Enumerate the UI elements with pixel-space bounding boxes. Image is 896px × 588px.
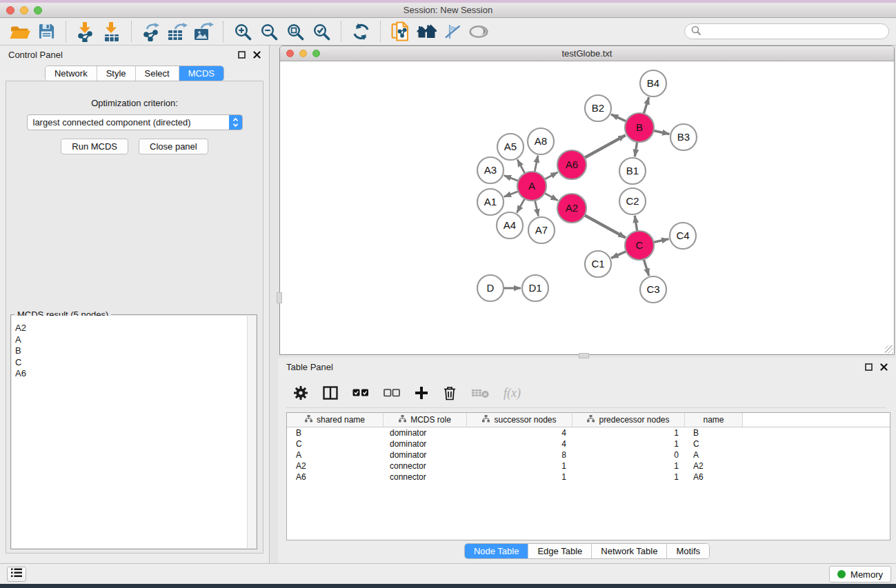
search-input[interactable] (704, 26, 882, 37)
close-window-button[interactable] (6, 6, 14, 14)
main-toolbar (0, 18, 896, 45)
float-panel-icon[interactable] (238, 51, 246, 59)
zoom-view-button[interactable] (312, 50, 320, 57)
task-history-button[interactable] (7, 567, 26, 582)
tab-node-table[interactable]: Node Table (465, 544, 529, 558)
column-header-predecessor-nodes[interactable]: predecessor nodes (573, 413, 685, 427)
svg-text:A7: A7 (535, 224, 548, 236)
result-list-item[interactable]: B (12, 345, 256, 357)
table-cell: connector (384, 472, 467, 482)
app-titlebar: Session: New Session (0, 3, 896, 18)
network-window-titlebar[interactable]: testGlobe.txt (280, 46, 894, 61)
node-A8[interactable]: A8 (528, 128, 554, 154)
node-D[interactable]: D (477, 275, 504, 301)
node-B3[interactable]: B3 (670, 124, 697, 150)
node-D1[interactable]: D1 (522, 275, 548, 301)
save-session-icon[interactable] (33, 21, 59, 43)
home-icon[interactable] (413, 21, 439, 43)
node-A3[interactable]: A3 (477, 157, 504, 183)
minimize-view-button[interactable] (299, 50, 307, 57)
tab-mcds[interactable]: MCDS (179, 66, 223, 81)
export-network-icon[interactable] (138, 21, 164, 43)
run-mcds-button[interactable]: Run MCDS (61, 139, 128, 154)
svg-text:A3: A3 (484, 164, 497, 176)
table-cell: 1 (467, 461, 573, 471)
column-header-successor-nodes[interactable]: successor nodes (467, 413, 573, 427)
horizontal-splitter-handle[interactable] (579, 353, 589, 358)
table-row[interactable]: Bdominator41B (287, 427, 890, 438)
node-C2[interactable]: C2 (619, 188, 646, 214)
column-header-shared-name[interactable]: shared name (287, 413, 384, 427)
export-image-icon[interactable] (190, 21, 217, 43)
node-A6[interactable]: A6 (557, 150, 586, 179)
tab-network[interactable]: Network (46, 66, 97, 81)
hide-flag-icon[interactable] (439, 21, 466, 43)
mcds-result-list[interactable]: A2ABCA6 (12, 316, 256, 548)
select-all-icon[interactable] (352, 389, 369, 397)
zoom-fit-icon[interactable] (282, 21, 308, 43)
refresh-icon[interactable] (348, 21, 374, 43)
tab-select[interactable]: Select (136, 66, 179, 81)
delete-icon[interactable] (443, 385, 457, 401)
zoom-out-icon[interactable] (256, 21, 282, 43)
result-list-scrollbar[interactable] (247, 316, 256, 548)
deselect-all-icon[interactable] (384, 389, 400, 397)
column-icon[interactable] (323, 386, 338, 400)
node-A7[interactable]: A7 (528, 217, 555, 243)
vertical-splitter-handle[interactable] (277, 292, 282, 303)
table-row[interactable]: Cdominator41C (287, 438, 890, 449)
table-row[interactable]: A6connector11A6 (287, 472, 890, 483)
node-C4[interactable]: C4 (670, 223, 696, 249)
search-box[interactable] (684, 23, 889, 39)
list-icon (10, 567, 23, 581)
close-panel-icon[interactable] (253, 51, 261, 59)
add-icon[interactable] (415, 386, 428, 400)
minimize-window-button[interactable] (20, 6, 28, 14)
table-cell: dominator (384, 439, 467, 449)
node-A4[interactable]: A4 (497, 212, 523, 239)
node-C3[interactable]: C3 (640, 276, 666, 303)
new-network-icon[interactable] (387, 21, 413, 43)
node-B2[interactable]: B2 (585, 95, 611, 121)
zoom-window-button[interactable] (34, 6, 42, 14)
node-A[interactable]: A (517, 172, 546, 201)
result-list-item[interactable]: A2 (12, 323, 256, 334)
settings-gear-icon[interactable] (293, 385, 308, 401)
tab-motifs[interactable]: Motifs (667, 544, 709, 558)
tab-edge-table[interactable]: Edge Table (528, 544, 592, 558)
close-panel-button[interactable]: Close panel (139, 139, 208, 154)
node-A1[interactable]: A1 (477, 189, 504, 215)
column-header-name[interactable]: name (685, 413, 743, 427)
svg-text:B2: B2 (592, 102, 604, 114)
tab-network-table[interactable]: Network Table (592, 544, 667, 558)
tab-style[interactable]: Style (97, 66, 136, 81)
import-table-icon[interactable] (99, 21, 125, 43)
float-table-panel-icon[interactable] (865, 363, 873, 371)
export-table-icon[interactable] (164, 21, 190, 43)
table-row[interactable]: Adominator80A (287, 449, 890, 460)
column-header-MCDS-role[interactable]: MCDS role (384, 413, 467, 427)
close-view-button[interactable] (286, 50, 294, 57)
node-C1[interactable]: C1 (585, 251, 611, 277)
node-C[interactable]: C (625, 231, 654, 260)
node-table[interactable]: shared nameMCDS rolesuccessor nodesprede… (286, 412, 890, 540)
import-network-icon[interactable] (72, 21, 99, 43)
result-list-item[interactable]: A6 (12, 368, 256, 380)
result-list-item[interactable]: C (12, 357, 256, 369)
resize-grip[interactable] (885, 345, 893, 354)
network-canvas[interactable]: B4B2BB3A8A5A6A3B1AC2A1A2A4A7C4CC1C3DD1 (280, 61, 894, 354)
show-eye-icon[interactable] (466, 21, 492, 43)
node-B[interactable]: B (625, 113, 654, 142)
criterion-dropdown[interactable]: largest connected component (directed) (27, 114, 243, 130)
node-B4[interactable]: B4 (640, 70, 666, 97)
memory-button[interactable]: Memory (829, 566, 891, 582)
table-row[interactable]: A2connector11A2 (287, 460, 890, 472)
zoom-in-icon[interactable] (230, 21, 256, 43)
node-A2[interactable]: A2 (557, 194, 586, 223)
node-B1[interactable]: B1 (619, 158, 646, 184)
zoom-selected-icon[interactable] (308, 21, 335, 43)
close-table-panel-icon[interactable] (880, 363, 888, 371)
open-session-icon[interactable] (7, 21, 33, 43)
node-A5[interactable]: A5 (497, 134, 524, 160)
result-list-item[interactable]: A (12, 334, 256, 346)
